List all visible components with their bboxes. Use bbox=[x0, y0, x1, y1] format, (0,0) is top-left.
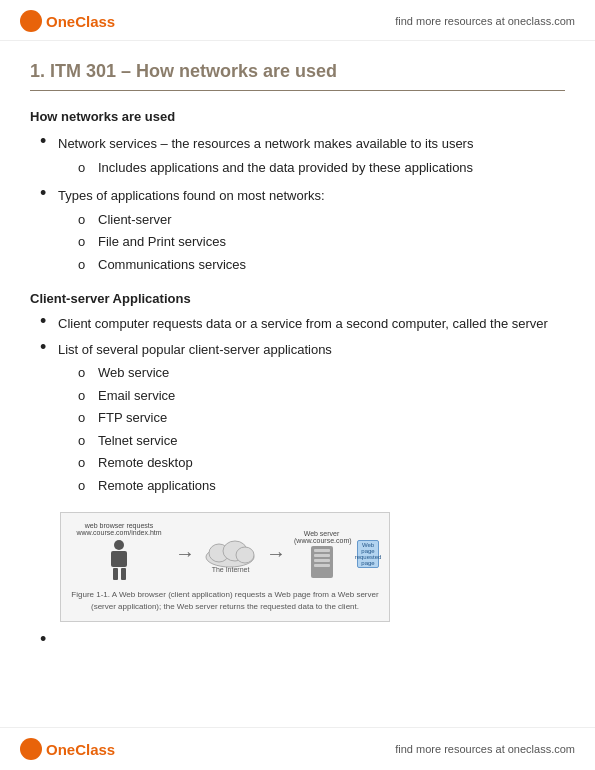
bullet-text: Network services – the resources a netwo… bbox=[58, 134, 565, 180]
bullet-icon: • bbox=[40, 312, 54, 330]
sub-text: Client-server bbox=[98, 210, 565, 230]
bullet-text: List of several popular client-server ap… bbox=[58, 340, 565, 499]
network-diagram: web browser requests www.course.com/inde… bbox=[60, 512, 390, 622]
list-item: o Web service bbox=[58, 363, 565, 383]
sub-list: o Web service o Email service o FTP serv… bbox=[58, 363, 565, 495]
sub-bullet-icon: o bbox=[78, 476, 94, 496]
sub-text: Email service bbox=[98, 386, 565, 406]
server-icon bbox=[311, 546, 333, 578]
section-heading-networks: How networks are used bbox=[30, 109, 565, 124]
cloud-icon bbox=[203, 535, 258, 570]
bullet-icon: • bbox=[40, 338, 54, 356]
page-footer: OneClass find more resources at oneclass… bbox=[0, 727, 595, 770]
diagram-caption: Figure 1-1. A Web browser (client applic… bbox=[61, 589, 389, 615]
internet-cloud: The Internet bbox=[203, 535, 258, 573]
client-figure: web browser requests www.course.com/inde… bbox=[71, 522, 167, 585]
sub-bullet-icon: o bbox=[78, 158, 94, 178]
svg-point-3 bbox=[236, 547, 254, 563]
bullet-text: Types of applications found on most netw… bbox=[58, 186, 565, 277]
logo-class: Class bbox=[75, 13, 115, 30]
bullet-label: Types of applications found on most netw… bbox=[58, 188, 325, 203]
bullet-text: Client computer requests data or a servi… bbox=[58, 314, 565, 334]
leg-right bbox=[121, 568, 126, 580]
list-item: • Network services – the resources a net… bbox=[30, 134, 565, 180]
list-item: o Client-server bbox=[58, 210, 565, 230]
page-title: 1. ITM 301 – How networks are used bbox=[30, 61, 565, 82]
sub-text: Remote desktop bbox=[98, 453, 565, 473]
bullet-label: Client computer requests data or a servi… bbox=[58, 316, 548, 331]
sub-text: FTP service bbox=[98, 408, 565, 428]
list-item: o Telnet service bbox=[58, 431, 565, 451]
person-body bbox=[111, 551, 127, 567]
section-heading-clientserver: Client-server Applications bbox=[30, 291, 565, 306]
footer-logo-one: One bbox=[46, 741, 75, 758]
sub-bullet-icon: o bbox=[78, 255, 94, 275]
sub-text: Remote applications bbox=[98, 476, 565, 496]
sub-list: o Client-server o File and Print service… bbox=[58, 210, 565, 275]
sub-bullet-icon: o bbox=[78, 453, 94, 473]
empty-bullet-item: • bbox=[30, 632, 565, 652]
sub-bullet-icon: o bbox=[78, 408, 94, 428]
sub-text: Includes applications and the data provi… bbox=[98, 158, 565, 178]
bullet-icon: • bbox=[40, 132, 54, 150]
list-item: o File and Print services bbox=[58, 232, 565, 252]
server-line-3 bbox=[314, 559, 330, 562]
footer-tagline: find more resources at oneclass.com bbox=[395, 743, 575, 755]
diagram-visual: web browser requests www.course.com/inde… bbox=[61, 518, 389, 589]
bullet-label: List of several popular client-server ap… bbox=[58, 342, 332, 357]
sub-text: File and Print services bbox=[98, 232, 565, 252]
bullet-label: Network services – the resources a netwo… bbox=[58, 136, 473, 151]
bullet-icon: • bbox=[40, 630, 54, 648]
header-tagline: find more resources at oneclass.com bbox=[395, 15, 575, 27]
main-content: 1. ITM 301 – How networks are used How n… bbox=[0, 41, 595, 678]
client-label: web browser requests www.course.com/inde… bbox=[71, 522, 167, 536]
footer-logo: OneClass bbox=[20, 738, 115, 760]
list-item: o Remote desktop bbox=[58, 453, 565, 473]
networks-bullet-list: • Network services – the resources a net… bbox=[30, 134, 565, 277]
header-logo: OneClass bbox=[20, 10, 115, 32]
footer-logo-class: Class bbox=[75, 741, 115, 758]
sub-list: o Includes applications and the data pro… bbox=[58, 158, 565, 178]
arrow-right-icon-2: → bbox=[266, 542, 286, 565]
server-figure: Web server (www.course.com) bbox=[294, 530, 349, 578]
leg-left bbox=[113, 568, 118, 580]
logo-text: OneClass bbox=[46, 13, 115, 30]
sub-bullet-icon: o bbox=[78, 431, 94, 451]
footer-logo-icon bbox=[20, 738, 42, 760]
list-item: o FTP service bbox=[58, 408, 565, 428]
page-header: OneClass find more resources at oneclass… bbox=[0, 0, 595, 41]
list-item: o Remote applications bbox=[58, 476, 565, 496]
server-line-4 bbox=[314, 564, 330, 567]
sub-bullet-icon: o bbox=[78, 210, 94, 230]
sub-bullet-icon: o bbox=[78, 232, 94, 252]
sub-text: Telnet service bbox=[98, 431, 565, 451]
logo-icon bbox=[20, 10, 42, 32]
server-line-2 bbox=[314, 554, 330, 557]
page-label: Web page requested page bbox=[355, 542, 382, 566]
person-legs bbox=[113, 568, 126, 580]
clientserver-bullet-list: • Client computer requests data or a ser… bbox=[30, 314, 565, 498]
arrow-right-icon: → bbox=[175, 542, 195, 565]
sub-text: Web service bbox=[98, 363, 565, 383]
person-icon bbox=[105, 540, 133, 585]
webpage-icon: Web page requested page bbox=[357, 540, 379, 568]
list-item: • Client computer requests data or a ser… bbox=[30, 314, 565, 334]
list-item: o Email service bbox=[58, 386, 565, 406]
list-item: o Includes applications and the data pro… bbox=[58, 158, 565, 178]
list-item: • List of several popular client-server … bbox=[30, 340, 565, 499]
person-head bbox=[114, 540, 124, 550]
server-label: Web server (www.course.com) bbox=[294, 530, 349, 544]
logo-one: One bbox=[46, 13, 75, 30]
bullet-icon: • bbox=[40, 184, 54, 202]
cloud-label: The Internet bbox=[212, 566, 250, 573]
list-item: o Communications services bbox=[58, 255, 565, 275]
title-divider bbox=[30, 90, 565, 91]
server-line-1 bbox=[314, 549, 330, 552]
footer-logo-text: OneClass bbox=[46, 741, 115, 758]
sub-bullet-icon: o bbox=[78, 363, 94, 383]
sub-text: Communications services bbox=[98, 255, 565, 275]
list-item: • Types of applications found on most ne… bbox=[30, 186, 565, 277]
sub-bullet-icon: o bbox=[78, 386, 94, 406]
